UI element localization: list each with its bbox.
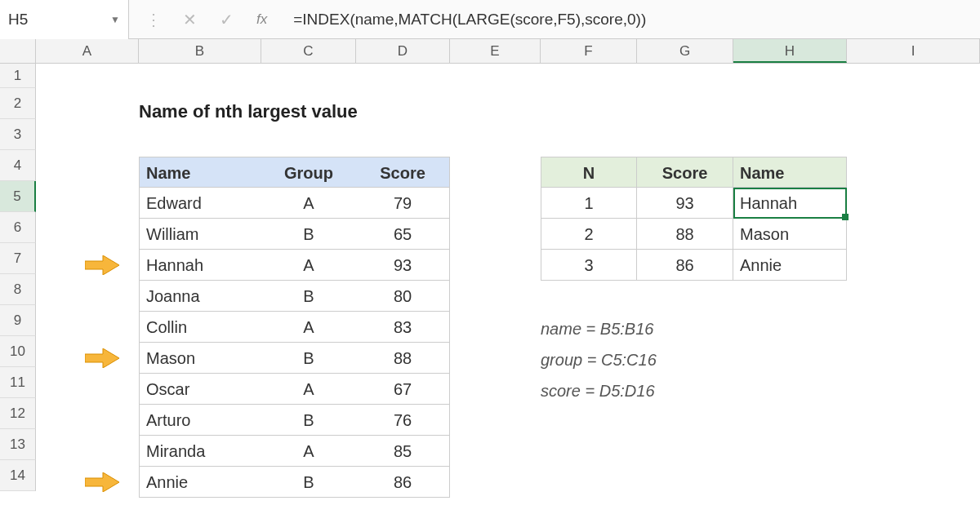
table-row[interactable]: 386Annie: [541, 250, 847, 281]
table-row[interactable]: MirandaA85: [139, 436, 450, 467]
row-header-3[interactable]: 3: [0, 119, 36, 150]
cell-name[interactable]: Joanna: [139, 281, 261, 312]
column-header-E[interactable]: E: [450, 39, 541, 63]
cell-group[interactable]: A: [261, 374, 356, 405]
note-line: group = C5:C16: [541, 344, 657, 375]
cell-name[interactable]: Edward: [139, 188, 261, 219]
cell-score[interactable]: 80: [356, 281, 450, 312]
row-header-13[interactable]: 13: [0, 429, 36, 460]
fx-icon[interactable]: fx: [256, 11, 267, 28]
cell-group[interactable]: A: [261, 188, 356, 219]
cell-score[interactable]: 86: [637, 250, 733, 281]
name-box[interactable]: H5 ▼: [0, 0, 129, 39]
cell-score[interactable]: 93: [356, 250, 450, 281]
cell-name[interactable]: William: [139, 219, 261, 250]
table-row[interactable]: EdwardA79: [139, 188, 450, 219]
cell-group[interactable]: A: [261, 436, 356, 467]
column-header-H[interactable]: H: [733, 39, 847, 63]
cell-score[interactable]: 93: [637, 188, 733, 219]
col-header-name[interactable]: Name: [733, 157, 847, 188]
column-header-G[interactable]: G: [637, 39, 733, 63]
table-row[interactable]: 193Hannah: [541, 188, 847, 219]
row-header-14[interactable]: 14: [0, 460, 36, 491]
table-header-row: Name Group Score: [139, 157, 450, 188]
chevron-down-icon[interactable]: ▼: [110, 14, 120, 25]
row-header-12[interactable]: 12: [0, 398, 36, 429]
sheet-area[interactable]: Name of nth largest value Name Group Sco…: [36, 64, 980, 514]
named-range-notes: name = B5:B16group = C5:C16score = D5:D1…: [541, 313, 657, 406]
cell-n[interactable]: 2: [541, 219, 637, 250]
column-header-F[interactable]: F: [541, 39, 637, 63]
cell-score[interactable]: 88: [356, 343, 450, 374]
name-box-value: H5: [8, 11, 28, 29]
column-header-B[interactable]: B: [139, 39, 261, 63]
table-row[interactable]: AnnieB86: [139, 467, 450, 498]
note-line: score = D5:D16: [541, 375, 657, 406]
cell-group[interactable]: B: [261, 281, 356, 312]
cell-n[interactable]: 1: [541, 188, 637, 219]
row-headers[interactable]: 1234567891011121314: [0, 64, 36, 491]
cell-group[interactable]: B: [261, 219, 356, 250]
row-header-2[interactable]: 2: [0, 88, 36, 119]
cell-name[interactable]: Arturo: [139, 405, 261, 436]
table-row[interactable]: ArturoB76: [139, 405, 450, 436]
column-header-D[interactable]: D: [356, 39, 450, 63]
column-header-C[interactable]: C: [261, 39, 356, 63]
arrow-right-icon: [85, 255, 119, 275]
cell-name[interactable]: Mason: [733, 219, 847, 250]
column-header-A[interactable]: A: [36, 39, 139, 63]
cell-name[interactable]: Oscar: [139, 374, 261, 405]
cell-n[interactable]: 3: [541, 250, 637, 281]
cell-score[interactable]: 65: [356, 219, 450, 250]
cell-score[interactable]: 67: [356, 374, 450, 405]
cell-group[interactable]: B: [261, 405, 356, 436]
cell-group[interactable]: B: [261, 467, 356, 498]
spreadsheet-grid[interactable]: ABCDEFGHI 1234567891011121314 Name of nt…: [0, 39, 980, 514]
table-row[interactable]: HannahA93: [139, 250, 450, 281]
cell-group[interactable]: A: [261, 312, 356, 343]
cell-name[interactable]: Hannah: [139, 250, 261, 281]
row-header-8[interactable]: 8: [0, 274, 36, 305]
col-header-n[interactable]: N: [541, 157, 637, 188]
table-row[interactable]: WilliamB65: [139, 219, 450, 250]
cell-name[interactable]: Hannah: [733, 188, 847, 219]
cell-name[interactable]: Collin: [139, 312, 261, 343]
cell-name[interactable]: Mason: [139, 343, 261, 374]
cell-score[interactable]: 88: [637, 219, 733, 250]
accept-icon[interactable]: ✓: [220, 10, 234, 29]
row-header-10[interactable]: 10: [0, 336, 36, 367]
row-header-9[interactable]: 9: [0, 305, 36, 336]
row-header-6[interactable]: 6: [0, 212, 36, 243]
table-row[interactable]: JoannaB80: [139, 281, 450, 312]
table-row[interactable]: 288Mason: [541, 219, 847, 250]
cell-name[interactable]: Annie: [733, 250, 847, 281]
column-header-I[interactable]: I: [847, 39, 980, 63]
cell-score[interactable]: 86: [356, 467, 450, 498]
table-row[interactable]: MasonB88: [139, 343, 450, 374]
table-row[interactable]: OscarA67: [139, 374, 450, 405]
cell-score[interactable]: 85: [356, 436, 450, 467]
table-header-row: N Score Name: [541, 157, 847, 188]
page-title: Name of nth largest value: [139, 101, 358, 122]
cancel-icon[interactable]: ✕: [183, 10, 197, 29]
cell-score[interactable]: 76: [356, 405, 450, 436]
row-header-1[interactable]: 1: [0, 64, 36, 88]
cell-name[interactable]: Miranda: [139, 436, 261, 467]
cell-group[interactable]: A: [261, 250, 356, 281]
row-header-5[interactable]: 5: [0, 181, 36, 212]
col-header-name[interactable]: Name: [139, 157, 261, 188]
cell-name[interactable]: Annie: [139, 467, 261, 498]
formula-input[interactable]: =INDEX(name,MATCH(LARGE(score,F5),score,…: [283, 11, 980, 29]
col-header-score[interactable]: Score: [356, 157, 450, 188]
cell-score[interactable]: 83: [356, 312, 450, 343]
row-header-4[interactable]: 4: [0, 150, 36, 181]
row-header-11[interactable]: 11: [0, 367, 36, 398]
col-header-score[interactable]: Score: [637, 157, 733, 188]
column-headers[interactable]: ABCDEFGHI: [0, 39, 980, 64]
table-row[interactable]: CollinA83: [139, 312, 450, 343]
arrow-right-icon: [85, 348, 119, 368]
cell-group[interactable]: B: [261, 343, 356, 374]
col-header-group[interactable]: Group: [261, 157, 356, 188]
cell-score[interactable]: 79: [356, 188, 450, 219]
row-header-7[interactable]: 7: [0, 243, 36, 274]
